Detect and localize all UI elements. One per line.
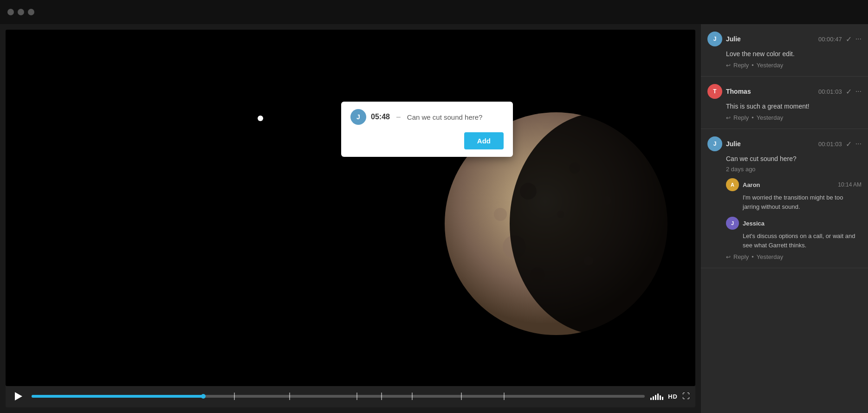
- title-bar: [0, 0, 868, 24]
- video-controls: HD ⛶: [6, 385, 695, 407]
- hd-badge: HD: [668, 393, 678, 400]
- comments-sidebar: J Julie 00:00:47 ✓ ··· Love the new colo…: [701, 24, 868, 413]
- comment-header-3: J Julie 00:01:03 ✓ ···: [707, 136, 862, 151]
- marker-tick-3: [356, 393, 357, 400]
- video-background: [6, 30, 695, 386]
- author-julie-2: Julie: [726, 140, 741, 148]
- add-comment-button[interactable]: Add: [464, 132, 504, 149]
- comment-footer-2: ↩ Reply • Yesterday: [726, 114, 862, 121]
- timeline-container[interactable]: [32, 392, 645, 401]
- timeline-track[interactable]: [32, 395, 645, 398]
- marker-tick-1: [234, 393, 235, 400]
- check-icon-3[interactable]: ✓: [846, 140, 852, 148]
- video-panel: J 05:48 – Can we cut sound here? Add: [0, 24, 701, 413]
- bubble-dash: –: [396, 113, 401, 121]
- marker-tick-6: [461, 393, 462, 400]
- video-container: J 05:48 – Can we cut sound here? Add: [6, 30, 695, 386]
- avatar-jessica: J: [726, 217, 739, 230]
- author-thomas: Thomas: [726, 88, 751, 95]
- comment-thread-2: T Thomas 00:01:03 ✓ ··· This is such a g…: [701, 77, 868, 129]
- comment-header-left-1: J Julie: [707, 32, 741, 46]
- comment-header-right-3: 00:01:03 ✓ ···: [818, 140, 862, 148]
- comment-header-left-3: J Julie: [707, 136, 741, 151]
- main-content: J 05:48 – Can we cut sound here? Add: [0, 24, 868, 413]
- comment-header-2: T Thomas 00:01:03 ✓ ···: [707, 84, 862, 99]
- comment-body-1: Love the new color edit.: [726, 49, 862, 59]
- timestamp-jessica: Yesterday: [757, 253, 783, 260]
- bubble-comment-text: Can we cut sound here?: [407, 113, 483, 121]
- nested-header-jessica: J Jessica: [726, 217, 862, 230]
- comment-footer-jessica: ↩ Reply • Yesterday: [726, 253, 862, 260]
- vol-bar-2: [653, 396, 654, 400]
- vol-bar-3: [655, 395, 656, 400]
- volume-bars[interactable]: [650, 393, 663, 400]
- bubble-avatar: J: [350, 109, 366, 125]
- footer-dot-1: •: [751, 62, 754, 69]
- close-button[interactable]: [7, 9, 14, 15]
- video-comment-bubble: J 05:48 – Can we cut sound here? Add: [341, 102, 513, 157]
- comment-footer-1: ↩ Reply • Yesterday: [726, 62, 862, 69]
- more-icon-3[interactable]: ···: [855, 140, 862, 148]
- more-icon-2[interactable]: ···: [855, 87, 862, 96]
- time-aaron: 10:14 AM: [838, 181, 862, 188]
- comment-body-2: This is such a great moment!: [726, 102, 862, 111]
- marker-tick-7: [504, 393, 505, 400]
- comment-thread-3: J Julie 00:01:03 ✓ ··· Can we cut sound …: [701, 129, 868, 268]
- reply-arrow-2: ↩: [726, 115, 731, 121]
- bubble-footer: Add: [350, 132, 504, 149]
- timestamp-2: Yesterday: [757, 114, 783, 121]
- vol-bar-4: [657, 394, 659, 400]
- vol-bar-6: [662, 397, 663, 400]
- timeline-thumb: [201, 394, 206, 399]
- timestamp-1: Yesterday: [757, 62, 783, 69]
- author-jessica: Jessica: [743, 220, 764, 227]
- avatar-thomas: T: [707, 84, 722, 99]
- avatar-aaron: A: [726, 178, 739, 191]
- comment-header-right-2: 00:01:03 ✓ ···: [818, 87, 862, 96]
- reply-link-1[interactable]: Reply: [733, 62, 749, 69]
- timecode-3: 00:01:03: [818, 141, 842, 148]
- comment-body-3: Can we cut sound here?: [726, 154, 862, 164]
- footer-dot-jessica: •: [751, 253, 754, 260]
- body-aaron: I'm worried the transition might be too …: [743, 193, 862, 211]
- nested-header-aaron: A Aaron 10:14 AM: [726, 178, 862, 191]
- minimize-button[interactable]: [18, 9, 24, 15]
- author-julie-1: Julie: [726, 35, 741, 43]
- thread-time-3: 2 days ago: [726, 166, 862, 173]
- timecode-1: 00:00:47: [818, 36, 842, 43]
- timeline-progress: [32, 395, 203, 398]
- author-aaron: Aaron: [743, 181, 760, 188]
- comment-header-right-1: 00:00:47 ✓ ···: [818, 35, 862, 44]
- vol-bar-5: [660, 395, 661, 400]
- marker-tick-2: [289, 393, 290, 400]
- timecode-2: 00:01:03: [818, 88, 842, 95]
- traffic-lights: [7, 9, 34, 15]
- marker-tick-5: [412, 393, 413, 400]
- bubble-timecode: 05:48: [371, 113, 390, 121]
- body-jessica: Let's discuss options on a call, or wait…: [743, 232, 862, 250]
- nested-reply-jessica: J Jessica Let's discuss options on a cal…: [726, 217, 862, 260]
- check-icon-1[interactable]: ✓: [846, 35, 852, 44]
- svg-point-8: [494, 208, 507, 221]
- video-dot-marker: [258, 116, 263, 121]
- check-icon-2[interactable]: ✓: [846, 87, 852, 96]
- avatar-julie-2: J: [707, 136, 722, 151]
- nested-reply-aaron: A Aaron 10:14 AM I'm worried the transit…: [726, 178, 862, 211]
- comment-header-left-2: T Thomas: [707, 84, 751, 99]
- play-icon: [15, 392, 22, 400]
- comment-thread-1: J Julie 00:00:47 ✓ ··· Love the new colo…: [701, 24, 868, 77]
- more-icon-1[interactable]: ···: [855, 35, 862, 43]
- reply-link-jessica[interactable]: Reply: [733, 253, 749, 260]
- reply-arrow-1: ↩: [726, 62, 731, 69]
- bubble-header: J 05:48 – Can we cut sound here?: [350, 109, 504, 125]
- avatar-julie-1: J: [707, 32, 722, 46]
- reply-arrow-jessica: ↩: [726, 254, 731, 260]
- maximize-button[interactable]: [28, 9, 34, 15]
- footer-dot-2: •: [751, 114, 754, 121]
- play-button[interactable]: [11, 389, 26, 404]
- fullscreen-button[interactable]: ⛶: [682, 392, 690, 400]
- vol-bar-1: [650, 398, 652, 400]
- comment-header-1: J Julie 00:00:47 ✓ ···: [707, 32, 862, 46]
- reply-link-2[interactable]: Reply: [733, 114, 749, 121]
- marker-tick-4: [381, 393, 382, 400]
